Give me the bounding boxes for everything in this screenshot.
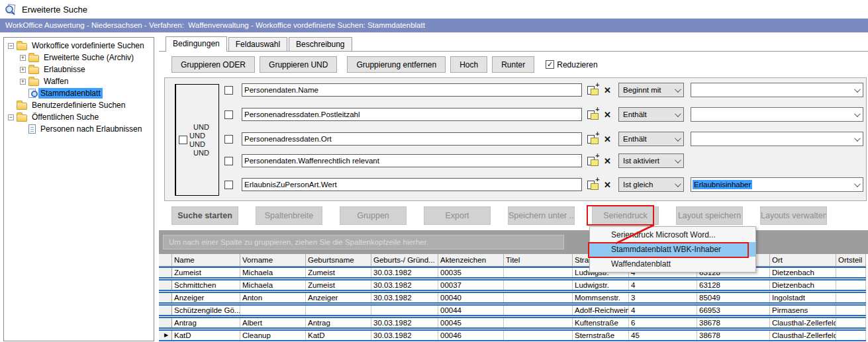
table-row[interactable]: Schützengilde Gö...00044Adolf-Reichwein-… <box>159 304 866 316</box>
column-header-ortsteil[interactable]: Ortsteil <box>836 254 866 266</box>
value-combo[interactable] <box>691 107 863 122</box>
operator-select[interactable]: Ist gleich <box>618 177 684 192</box>
column-header-titel[interactable]: Titel <box>504 254 573 266</box>
speichern-unter-button[interactable]: Speichern unter ... <box>508 206 575 225</box>
condition-group-box: UNDUNDUNDUND <box>175 84 219 196</box>
add-field-icon[interactable]: + <box>587 109 599 120</box>
condition-row: +✕Beginnt mit <box>224 83 863 97</box>
group-checkbox[interactable] <box>179 136 187 144</box>
delete-condition-icon[interactable]: ✕ <box>603 134 612 144</box>
tree-item-stammdatenblatt[interactable]: Stammdatenblatt <box>4 87 154 99</box>
operator-value: Enthält <box>623 110 647 118</box>
menu-item-waffendatenblatt[interactable]: Waffendatenblatt <box>590 257 755 271</box>
table-row[interactable]: ZumeistMichaelaZumeist30.03.198200035Lud… <box>159 267 866 278</box>
collapse-icon[interactable]: − <box>8 43 14 49</box>
runter-button[interactable]: Runter <box>492 56 534 73</box>
menu-item-seriendruck-microsoft-word[interactable]: Seriendruck Microsoft Word... <box>590 228 755 242</box>
condition-checkbox[interactable] <box>224 86 233 95</box>
plus-glyph: + <box>595 81 599 89</box>
tab-beschreibung[interactable]: Beschreibung <box>289 37 352 51</box>
table-cell: 45 <box>629 331 697 340</box>
condition-field-input[interactable] <box>242 83 582 97</box>
condition-field-input[interactable] <box>242 108 582 121</box>
export-button[interactable]: Export <box>424 206 491 225</box>
hoch-button[interactable]: Hoch <box>450 56 487 73</box>
table-header-row: NameVornameGeburtsnameGeburts-/ Gründ...… <box>159 254 866 267</box>
tree-item-benutzerdefinierte-suchen[interactable]: Benutzerdefinierte Suchen <box>4 99 154 111</box>
expand-icon[interactable]: + <box>20 55 26 61</box>
add-field-icon[interactable]: + <box>587 155 599 166</box>
condition-checkbox[interactable] <box>224 181 233 189</box>
table-cell <box>836 318 866 327</box>
tree-item-erweiterte-suche-archiv[interactable]: +Erweiterte Suche (Archiv) <box>4 52 154 64</box>
menu-item-stammdatenblatt-wbk-inhaber[interactable]: Stammdatenblatt WBK-Inhaber <box>590 242 755 257</box>
column-header-vorname[interactable]: Vorname <box>240 254 306 266</box>
tab-feldauswahl[interactable]: Feldauswahl <box>228 37 287 51</box>
condition-checkbox[interactable] <box>224 135 233 144</box>
value-combo[interactable]: Erlaubnisinhaber <box>691 177 863 192</box>
seriendruck-button[interactable]: Seriendruck <box>592 206 659 225</box>
tree-item-öffentlichen-suche[interactable]: −Öffentlichen Suche <box>4 111 154 123</box>
tree-item-label: Workoffice vordefinierte Suchen <box>30 40 146 51</box>
spaltenbreite-button[interactable]: Spaltenbreite <box>256 206 322 225</box>
row-indicator-cell <box>159 306 172 315</box>
tree-item-waffen[interactable]: +Waffen <box>4 75 154 87</box>
delete-condition-icon[interactable]: ✕ <box>603 156 612 166</box>
add-field-icon[interactable]: + <box>587 134 599 144</box>
gruppieren-und-button[interactable]: Gruppieren UND <box>260 56 337 73</box>
table-row[interactable]: AntragAlbertAntrag30.03.198200045Kuftens… <box>159 317 866 329</box>
condition-field-input[interactable] <box>242 178 582 191</box>
delete-condition-icon[interactable]: ✕ <box>603 180 612 190</box>
operator-select[interactable]: Beginnt mit <box>618 83 684 97</box>
column-header-ort[interactable]: Ort <box>770 254 836 266</box>
table-cell: Schmittchen <box>172 280 240 290</box>
delete-condition-icon[interactable]: ✕ <box>603 85 612 95</box>
column-header[interactable] <box>159 254 172 266</box>
table-cell <box>836 293 866 302</box>
condition-checkbox[interactable] <box>224 110 233 119</box>
reduzieren-checkbox-row[interactable]: ✓Reduzieren <box>546 60 597 69</box>
value-combo[interactable] <box>691 83 863 97</box>
delete-condition-icon[interactable]: ✕ <box>603 110 612 120</box>
reduzieren-checkbox[interactable]: ✓ <box>546 60 554 69</box>
value-combo[interactable] <box>691 132 863 146</box>
table-cell: 30.03.1982 <box>371 280 438 290</box>
add-field-icon[interactable]: + <box>587 85 599 95</box>
condition-checkbox[interactable] <box>224 157 233 165</box>
expand-icon[interactable]: + <box>20 79 26 85</box>
table-cell: KatD <box>306 331 371 340</box>
table-row[interactable]: AnzeigerAntonAnzeiger30.03.198200040Momm… <box>159 292 866 304</box>
condition-field-input[interactable] <box>242 132 582 146</box>
condition-field-input[interactable] <box>242 154 582 167</box>
column-header-geburtsname[interactable]: Geburtsname <box>306 254 371 266</box>
suche-starten-button[interactable]: Suche starten <box>171 206 238 225</box>
table-row[interactable]: ▶KatDCleanupKatD30.03.198200046Sternstra… <box>159 329 866 341</box>
table-cell <box>836 280 866 290</box>
gruppierung-entfernen-button[interactable]: Gruppierung entfernen <box>347 56 446 73</box>
collapse-icon[interactable]: − <box>8 114 14 120</box>
table-row[interactable]: SchmittchenMichaelaZumeist30.03.19820003… <box>159 279 866 291</box>
column-header-geburts-gründ[interactable]: Geburts-/ Gründ... <box>371 254 438 266</box>
tree-item-personen-nach-erlaubnissen[interactable]: Personen nach Erlaubnissen <box>4 123 154 135</box>
tab-bedingungen[interactable]: Bedingungen <box>166 36 227 52</box>
chevron-down-icon <box>675 110 681 117</box>
table-cell: 66953 <box>697 306 770 315</box>
folder-icon <box>17 43 27 50</box>
table-cell: 30.03.1982 <box>371 331 438 340</box>
tree-item-workoffice-vordefinierte-suchen[interactable]: −Workoffice vordefinierte Suchen <box>4 40 154 52</box>
layout-speichern-button[interactable]: Layout speichern <box>676 206 743 225</box>
gruppieren-oder-button[interactable]: Gruppieren ODER <box>171 56 255 73</box>
tree-item-erlaubnisse[interactable]: +Erlaubnisse <box>4 64 154 75</box>
add-field-icon[interactable]: + <box>587 179 599 190</box>
column-header-aktenzeichen[interactable]: Aktenzeichen <box>438 254 504 266</box>
gruppen-button[interactable]: Gruppen <box>340 206 407 225</box>
operator-select[interactable]: Ist aktiviert <box>618 153 684 168</box>
operator-select[interactable]: Enthält <box>618 132 684 146</box>
grouping-hint: Um nach einer Spalte zu gruppieren, zieh… <box>163 235 564 249</box>
column-header-name[interactable]: Name <box>172 254 240 266</box>
expand-icon[interactable]: + <box>20 67 26 73</box>
operator-select[interactable]: Enthält <box>618 107 684 122</box>
layouts-verwalten-button[interactable]: Layouts verwalten <box>760 206 827 225</box>
group-operator-label: UND <box>189 123 209 132</box>
table-cell <box>504 306 573 315</box>
